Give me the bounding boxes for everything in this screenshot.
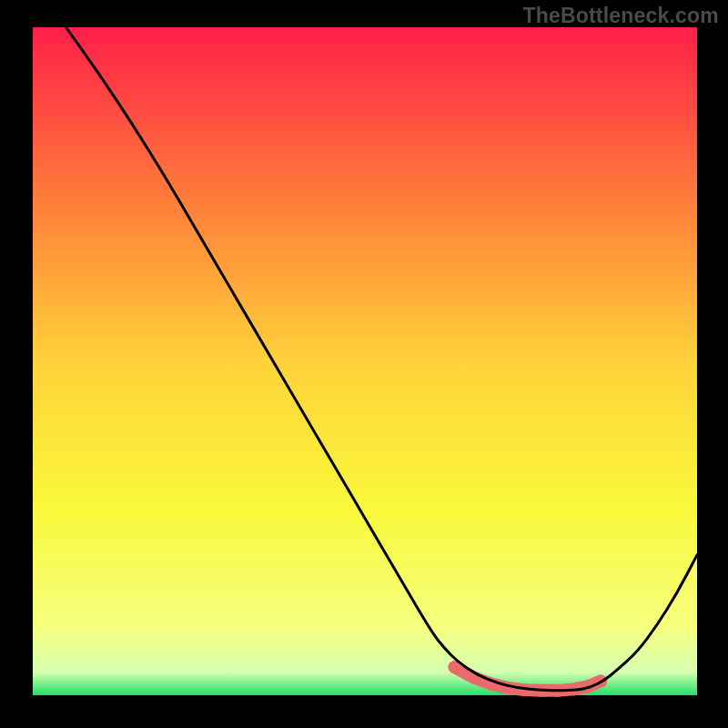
chart-stage: TheBottleneck.com (0, 0, 728, 728)
bottleneck-chart (0, 0, 728, 728)
watermark-label: TheBottleneck.com (522, 4, 719, 28)
plot-background (33, 27, 697, 695)
